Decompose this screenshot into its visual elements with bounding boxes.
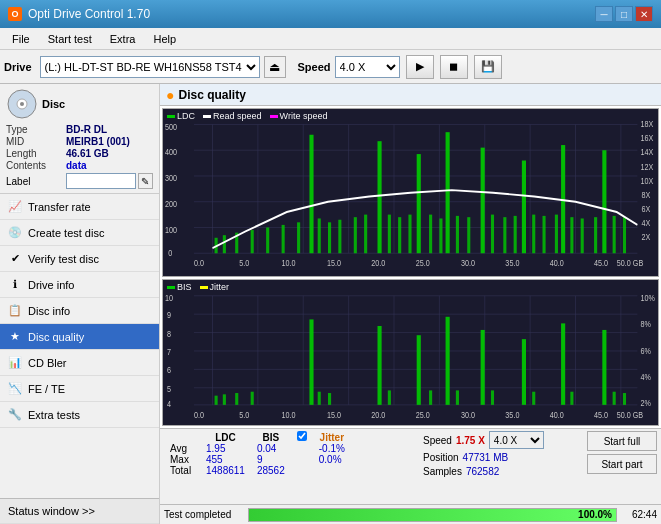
svg-rect-46	[514, 216, 517, 253]
svg-text:8%: 8%	[640, 320, 651, 330]
svg-text:10.0: 10.0	[282, 411, 296, 421]
svg-text:45.0: 45.0	[594, 411, 608, 421]
sidebar-item-fe-te[interactable]: 📉 FE / TE	[0, 376, 159, 402]
svg-rect-21	[223, 235, 226, 253]
svg-text:500: 500	[165, 122, 177, 132]
sidebar-item-label-create-test-disc: Create test disc	[28, 227, 104, 239]
speed-label: Speed	[298, 61, 331, 73]
app-icon: O	[8, 7, 22, 21]
sidebar-item-disc-quality[interactable]: ★ Disc quality	[0, 324, 159, 350]
svg-rect-116	[491, 391, 494, 405]
svg-text:15.0: 15.0	[327, 258, 341, 268]
drivebar: Drive (L:) HL-DT-ST BD-RE WH16NS58 TST4 …	[0, 50, 661, 84]
sidebar-item-extra-tests[interactable]: 🔧 Extra tests	[0, 402, 159, 428]
drive-select[interactable]: (L:) HL-DT-ST BD-RE WH16NS58 TST4	[40, 56, 260, 78]
toolbar-btn-3[interactable]: 💾	[474, 55, 502, 79]
svg-rect-113	[446, 317, 450, 405]
sidebar-item-label-disc-info: Disc info	[28, 305, 70, 317]
svg-rect-34	[388, 215, 391, 254]
svg-rect-50	[555, 215, 558, 254]
action-buttons: Start full Start part	[587, 431, 657, 474]
sidebar-item-label-transfer-rate: Transfer rate	[28, 201, 91, 213]
svg-text:45.0: 45.0	[594, 258, 608, 268]
speed-stat-label: Speed	[423, 435, 452, 446]
sidebar-item-disc-info[interactable]: 📋 Disc info	[0, 298, 159, 324]
disc-length-label: Length	[6, 148, 66, 159]
legend-bis: BIS	[167, 282, 192, 292]
disc-header: Disc	[6, 88, 153, 120]
maximize-button[interactable]: □	[615, 6, 633, 22]
toolbar-btn-2[interactable]: ◼	[440, 55, 468, 79]
legend-jitter-label: Jitter	[210, 282, 230, 292]
svg-rect-115	[481, 330, 485, 405]
sidebar-item-label-verify-test-disc: Verify test disc	[28, 253, 99, 265]
svg-rect-102	[215, 396, 218, 405]
disc-title: Disc	[42, 98, 65, 110]
menu-extra[interactable]: Extra	[102, 31, 144, 47]
extra-tests-icon: 🔧	[8, 408, 22, 422]
disc-type-value: BD-R DL	[66, 124, 107, 135]
sidebar-item-drive-info[interactable]: ℹ Drive info	[0, 272, 159, 298]
svg-rect-36	[408, 215, 411, 254]
drive-label: Drive	[4, 61, 32, 73]
disc-label-edit-button[interactable]: ✎	[138, 173, 153, 189]
svg-text:20.0: 20.0	[371, 258, 385, 268]
svg-rect-112	[429, 391, 432, 405]
svg-text:16X: 16X	[640, 133, 653, 143]
bottom-bar: Test completed 100.0% 62:44	[160, 504, 661, 524]
svg-rect-49	[543, 216, 546, 253]
svg-rect-28	[318, 218, 321, 253]
legend-write-speed: Write speed	[270, 111, 328, 121]
disc-length-row: Length 46.61 GB	[6, 148, 153, 159]
create-test-disc-icon: 💿	[8, 226, 22, 240]
toolbar-btn-1[interactable]: ▶	[406, 55, 434, 79]
disc-info-icon: 📋	[8, 304, 22, 318]
svg-rect-30	[338, 220, 341, 253]
sidebar-item-label-extra-tests: Extra tests	[28, 409, 80, 421]
position-value: 47731 MB	[463, 452, 509, 463]
svg-rect-57	[623, 217, 626, 253]
sidebar-item-cd-bler[interactable]: 📊 CD Bler	[0, 350, 159, 376]
right-controls: Speed 1.75 X 4.0 X Position 47731 MB Sam…	[423, 431, 583, 477]
menu-file[interactable]: File	[4, 31, 38, 47]
svg-rect-35	[398, 217, 401, 253]
chart1-legend: LDC Read speed Write speed	[167, 111, 327, 121]
svg-text:7: 7	[167, 348, 171, 358]
sidebar-item-verify-test-disc[interactable]: ✔ Verify test disc	[0, 246, 159, 272]
stats-max-row: Max 455 9 0.0%	[164, 454, 351, 465]
svg-text:5.0: 5.0	[239, 258, 249, 268]
svg-text:4%: 4%	[640, 373, 651, 383]
content-area: ● Disc quality LDC Read speed	[160, 84, 661, 524]
jitter-checkbox[interactable]	[297, 431, 307, 441]
col-header-bis: BIS	[251, 431, 291, 443]
start-full-button[interactable]: Start full	[587, 431, 657, 451]
close-button[interactable]: ✕	[635, 6, 653, 22]
svg-rect-29	[328, 222, 331, 253]
verify-test-disc-icon: ✔	[8, 252, 22, 266]
bis-max: 9	[251, 454, 291, 465]
svg-text:30.0: 30.0	[461, 258, 475, 268]
cd-bler-icon: 📊	[8, 356, 22, 370]
sidebar-item-transfer-rate[interactable]: 📈 Transfer rate	[0, 194, 159, 220]
svg-rect-27	[309, 135, 313, 253]
minimize-button[interactable]: ─	[595, 6, 613, 22]
speed-combo-select[interactable]: 4.0 X	[489, 431, 544, 449]
disc-panel: Disc Type BD-R DL MID MEIRB1 (001) Lengt…	[0, 84, 159, 194]
disc-label-input[interactable]	[66, 173, 136, 189]
status-text: Test completed	[164, 509, 244, 520]
status-window-button[interactable]: Status window >>	[0, 498, 159, 524]
sidebar-item-label-fe-te: FE / TE	[28, 383, 65, 395]
svg-rect-54	[594, 217, 597, 253]
svg-text:14X: 14X	[640, 148, 653, 158]
menu-help[interactable]: Help	[145, 31, 184, 47]
menu-start-test[interactable]: Start test	[40, 31, 100, 47]
disc-quality-icon: ★	[8, 330, 22, 344]
svg-text:400: 400	[165, 148, 177, 158]
transfer-rate-icon: 📈	[8, 200, 22, 214]
sidebar-item-create-test-disc[interactable]: 💿 Create test disc	[0, 220, 159, 246]
legend-ldc-label: LDC	[177, 111, 195, 121]
speed-select[interactable]: 4.0 X	[335, 56, 400, 78]
start-part-button[interactable]: Start part	[587, 454, 657, 474]
eject-button[interactable]: ⏏	[264, 56, 286, 78]
legend-bis-label: BIS	[177, 282, 192, 292]
